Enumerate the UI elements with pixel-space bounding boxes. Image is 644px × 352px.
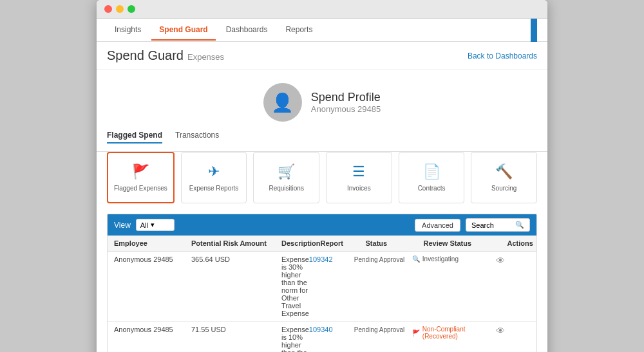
nav-right-accent bbox=[531, 19, 537, 42]
maximize-button[interactable] bbox=[128, 5, 135, 13]
row2-report-link[interactable]: 109340 bbox=[309, 326, 354, 333]
icon-cards: 🚩 Flagged Expenses ✈ Expense Reports 🛒 R… bbox=[97, 152, 547, 214]
search-review-icon: 🔍 bbox=[412, 255, 420, 263]
card-requisitions[interactable]: 🛒 Requisitions bbox=[253, 152, 319, 203]
row2-status: Pending Approval bbox=[354, 326, 412, 334]
col-description: Description bbox=[281, 239, 321, 247]
card-label-con: Contracts bbox=[418, 184, 446, 192]
contract-icon: 📄 bbox=[423, 163, 440, 180]
title-area: Spend Guard Expenses bbox=[107, 48, 224, 63]
nav-bar: Insights Spend Guard Dashboards Reports bbox=[97, 19, 547, 42]
nav-reports[interactable]: Reports bbox=[278, 20, 320, 41]
page-title: Spend Guard bbox=[107, 48, 184, 63]
nav-insights[interactable]: Insights bbox=[107, 20, 149, 41]
col-employee: Employee bbox=[114, 239, 191, 247]
row1-review-status: 🔍 Investigating bbox=[412, 255, 496, 263]
profile-section: 👤 Spend Profile Anonymous 29485 bbox=[97, 70, 547, 131]
search-icon: 🔍 bbox=[515, 221, 524, 229]
profile-sub: Anonymous 29485 bbox=[311, 104, 381, 114]
page-subtitle: Expenses bbox=[187, 52, 224, 62]
row2-employee: Anonymous 29485 bbox=[114, 326, 191, 333]
row2-action-view[interactable]: 👁 bbox=[496, 326, 537, 336]
card-label-inv: Invoices bbox=[347, 184, 371, 192]
back-to-dashboards-link[interactable]: Back to Dashboards bbox=[468, 51, 537, 60]
view-label: View bbox=[114, 221, 131, 230]
card-invoices[interactable]: ☰ Invoices bbox=[326, 152, 392, 203]
row2-review-status: 🚩 Non-Compliant (Recovered) bbox=[412, 326, 496, 340]
profile-info: Spend Profile Anonymous 29485 bbox=[311, 91, 381, 114]
tabs-header: Flagged Spend Transactions bbox=[107, 131, 537, 144]
avatar-icon: 👤 bbox=[271, 92, 294, 113]
nav-dashboards[interactable]: Dashboards bbox=[218, 20, 276, 41]
main-window: Insights Spend Guard Dashboards Reports … bbox=[97, 0, 547, 352]
card-expense-reports[interactable]: ✈ Expense Reports bbox=[181, 152, 247, 203]
flag-icon: 🚩 bbox=[132, 163, 149, 180]
row1-employee: Anonymous 29485 bbox=[114, 255, 191, 263]
invoice-icon: ☰ bbox=[352, 163, 365, 180]
tabs-section: Flagged Spend Transactions bbox=[97, 131, 547, 152]
card-contracts[interactable]: 📄 Contracts bbox=[399, 152, 465, 203]
sourcing-icon: 🔨 bbox=[495, 163, 513, 180]
plane-icon: ✈ bbox=[208, 163, 220, 180]
advanced-button[interactable]: Advanced bbox=[415, 219, 460, 232]
card-label-req: Requisitions bbox=[269, 184, 303, 192]
row1-status: Pending Approval bbox=[354, 255, 412, 264]
col-status: Status bbox=[366, 239, 424, 247]
view-select[interactable]: All ▾ bbox=[136, 219, 175, 231]
window-titlebar bbox=[97, 0, 547, 19]
tab-transactions[interactable]: Transactions bbox=[175, 131, 219, 144]
search-placeholder: Search bbox=[471, 221, 494, 229]
table-header: Employee Potential Risk Amount Descripti… bbox=[108, 236, 536, 252]
table-row: Anonymous 29485 71.55 USD Expense is 10%… bbox=[108, 322, 536, 352]
table-area: View All ▾ Advanced Search 🔍 Employee Po… bbox=[107, 214, 537, 352]
chevron-down-icon: ▾ bbox=[151, 221, 155, 229]
card-flagged-expenses[interactable]: 🚩 Flagged Expenses bbox=[107, 152, 175, 203]
table-row: Anonymous 29485 365.64 USD Expense is 30… bbox=[108, 252, 536, 322]
card-label-expense: Expense Reports bbox=[189, 184, 239, 192]
row2-description: Expense is 10% higher than the norm for … bbox=[281, 326, 309, 352]
row1-risk: 365.64 USD bbox=[191, 255, 281, 263]
flag-review-icon: 🚩 bbox=[412, 329, 420, 337]
table-toolbar: View All ▾ Advanced Search 🔍 bbox=[108, 214, 536, 236]
col-actions: Actions bbox=[507, 239, 537, 247]
nav-spend-guard[interactable]: Spend Guard bbox=[151, 20, 215, 41]
avatar: 👤 bbox=[263, 83, 302, 122]
card-label-src: Sourcing bbox=[491, 184, 516, 192]
search-box[interactable]: Search 🔍 bbox=[466, 218, 530, 232]
row1-report-link[interactable]: 109342 bbox=[309, 255, 354, 263]
card-label-flagged: Flagged Expenses bbox=[114, 184, 167, 192]
page-header: Spend Guard Expenses Back to Dashboards bbox=[97, 42, 547, 70]
profile-name: Spend Profile bbox=[311, 91, 381, 104]
row1-description: Expense is 30% higher than the norm for … bbox=[281, 255, 309, 317]
col-review-status: Review Status bbox=[424, 239, 507, 247]
col-risk: Potential Risk Amount bbox=[191, 239, 281, 247]
view-option: All bbox=[140, 221, 148, 229]
row2-risk: 71.55 USD bbox=[191, 326, 281, 333]
cart-icon: 🛒 bbox=[278, 163, 295, 180]
row1-action-view[interactable]: 👁 bbox=[496, 255, 537, 266]
tab-flagged-spend[interactable]: Flagged Spend bbox=[107, 131, 162, 144]
close-button[interactable] bbox=[104, 5, 112, 13]
col-report: Report bbox=[321, 239, 366, 247]
card-sourcing[interactable]: 🔨 Sourcing bbox=[471, 152, 537, 203]
minimize-button[interactable] bbox=[116, 5, 124, 13]
